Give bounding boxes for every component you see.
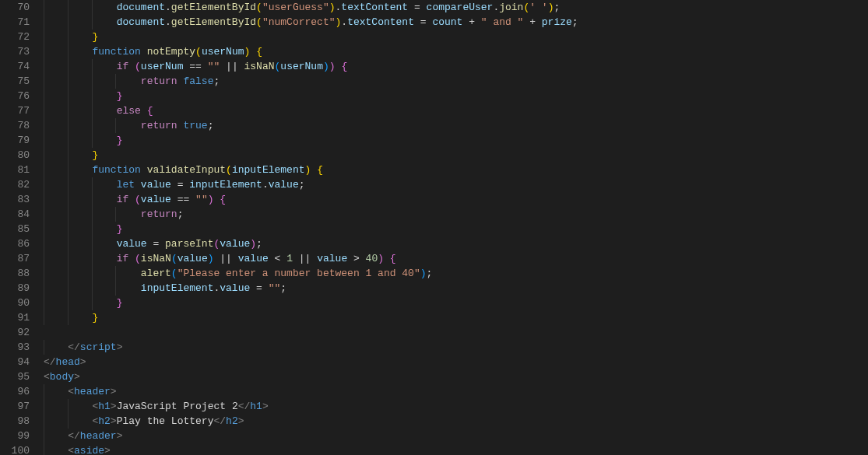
line-number: 90 [0,296,30,310]
code-area[interactable]: document.getElementById("userGuess").tex… [44,0,868,455]
code-line[interactable]: } [44,30,868,44]
line-number: 73 [0,44,30,59]
code-line[interactable]: </script> [44,340,868,355]
code-line[interactable]: alert("Please enter a number between 1 a… [44,266,868,281]
code-line[interactable]: else { [44,103,868,118]
line-number: 86 [0,236,30,251]
code-line[interactable]: if (value == "") { [44,192,868,207]
code-line[interactable]: if (isNaN(value) || value < 1 || value >… [44,251,868,266]
code-line[interactable]: function notEmpty(userNum) { [44,44,868,59]
code-line[interactable]: } [44,89,868,103]
code-line[interactable]: document.getElementById("numCorrect").te… [44,15,868,30]
line-number: 80 [0,148,30,163]
code-line[interactable] [44,325,868,340]
line-number: 95 [0,369,30,384]
code-line[interactable]: } [44,222,868,236]
line-number: 94 [0,355,30,369]
line-number: 81 [0,163,30,177]
code-line[interactable]: return true; [44,118,868,133]
line-number: 99 [0,429,30,443]
line-number: 93 [0,340,30,355]
code-line[interactable]: } [44,296,868,310]
line-number: 72 [0,30,30,44]
line-number: 87 [0,251,30,266]
line-number: 92 [0,325,30,340]
code-line[interactable]: <h2>Play the Lottery</h2> [44,414,868,429]
line-number: 85 [0,222,30,236]
code-line[interactable]: return; [44,207,868,222]
line-number: 91 [0,310,30,325]
line-number: 96 [0,384,30,399]
code-line[interactable]: document.getElementById("userGuess").tex… [44,0,868,15]
line-number: 75 [0,74,30,89]
code-editor[interactable]: 7071727374757677787980818283848586878889… [0,0,868,455]
line-number: 71 [0,15,30,30]
code-line[interactable]: let value = inputElement.value; [44,177,868,192]
code-line[interactable]: </head> [44,355,868,369]
line-number: 97 [0,399,30,414]
line-number: 78 [0,118,30,133]
code-line[interactable]: } [44,310,868,325]
code-line[interactable]: if (userNum == "" || isNaN(userNum)) { [44,59,868,74]
code-line[interactable]: } [44,148,868,163]
line-number: 82 [0,177,30,192]
code-line[interactable]: <header> [44,384,868,399]
code-line[interactable]: inputElement.value = ""; [44,281,868,296]
code-line[interactable]: <body> [44,369,868,384]
code-line[interactable]: <aside> [44,443,868,455]
line-number: 79 [0,133,30,148]
line-number: 83 [0,192,30,207]
line-number: 88 [0,266,30,281]
line-number: 98 [0,414,30,429]
code-line[interactable]: function validateInput(inputElement) { [44,163,868,177]
line-number: 70 [0,0,30,15]
line-number: 84 [0,207,30,222]
line-number: 100 [0,443,30,455]
code-line[interactable]: return false; [44,74,868,89]
line-number: 74 [0,59,30,74]
line-number: 89 [0,281,30,296]
code-line[interactable]: value = parseInt(value); [44,236,868,251]
line-number: 76 [0,89,30,103]
code-line[interactable]: </header> [44,429,868,443]
line-number-gutter: 7071727374757677787980818283848586878889… [0,0,44,455]
code-line[interactable]: <h1>JavaScript Project 2</h1> [44,399,868,414]
code-line[interactable]: } [44,133,868,148]
line-number: 77 [0,103,30,118]
